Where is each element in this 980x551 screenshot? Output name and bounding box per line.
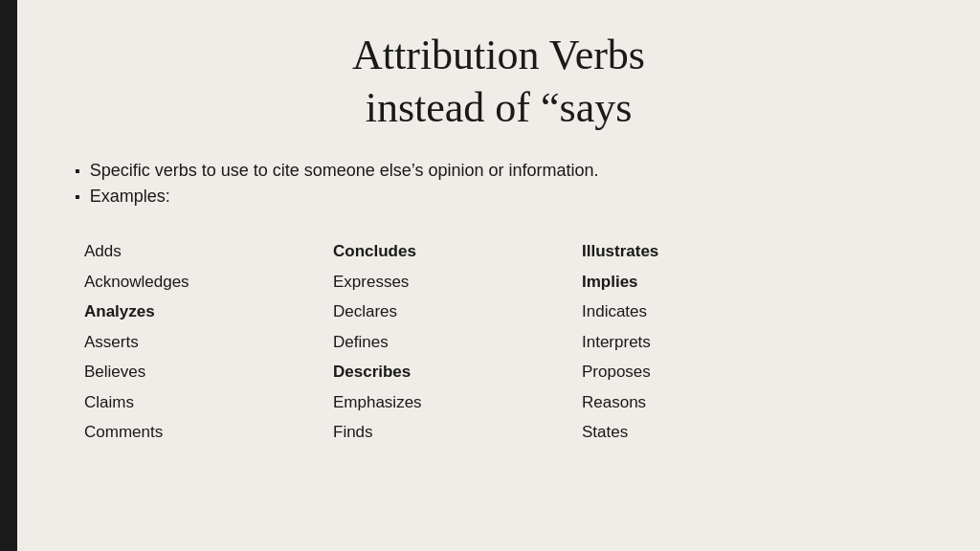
- verb-item: Describes: [333, 360, 582, 385]
- verb-item: Acknowledges: [84, 270, 333, 295]
- verb-item: Indicates: [582, 299, 831, 324]
- verb-item: Concludes: [333, 239, 582, 264]
- verb-item: Emphasizes: [333, 390, 582, 415]
- verb-item: Proposes: [582, 360, 831, 385]
- bullet-list: Specific verbs to use to cite someone el…: [75, 161, 923, 212]
- black-bar: [0, 0, 17, 551]
- main-content: Attribution Verbs instead of “says Speci…: [17, 0, 980, 551]
- verb-item: Analyzes: [84, 299, 333, 324]
- verb-item: Interprets: [582, 330, 831, 355]
- verb-item: Implies: [582, 270, 831, 295]
- verb-item: Asserts: [84, 330, 333, 355]
- verb-item: States: [582, 420, 831, 445]
- title-line1: Attribution Verbs: [352, 32, 645, 78]
- verb-item: Declares: [333, 299, 582, 324]
- verb-item: Defines: [333, 330, 582, 355]
- verb-item: Illustrates: [582, 239, 831, 264]
- verb-grid: AddsConcludesIllustratesAcknowledgesExpr…: [84, 239, 923, 445]
- verb-item: Adds: [84, 239, 333, 264]
- bullet-item-1: Specific verbs to use to cite someone el…: [75, 161, 923, 181]
- verb-item: Finds: [333, 420, 582, 445]
- bullet-item-2: Examples:: [75, 187, 923, 207]
- verb-item: Expresses: [333, 270, 582, 295]
- bullet-text-1: Specific verbs to use to cite someone el…: [90, 161, 599, 181]
- title-line2: instead of “says: [366, 84, 633, 131]
- verb-item: Claims: [84, 390, 333, 415]
- slide-title: Attribution Verbs instead of “says: [75, 29, 923, 134]
- verb-item: Comments: [84, 420, 333, 445]
- verb-item: Reasons: [582, 390, 831, 415]
- verb-item: Believes: [84, 360, 333, 385]
- bullet-text-2: Examples:: [90, 187, 170, 207]
